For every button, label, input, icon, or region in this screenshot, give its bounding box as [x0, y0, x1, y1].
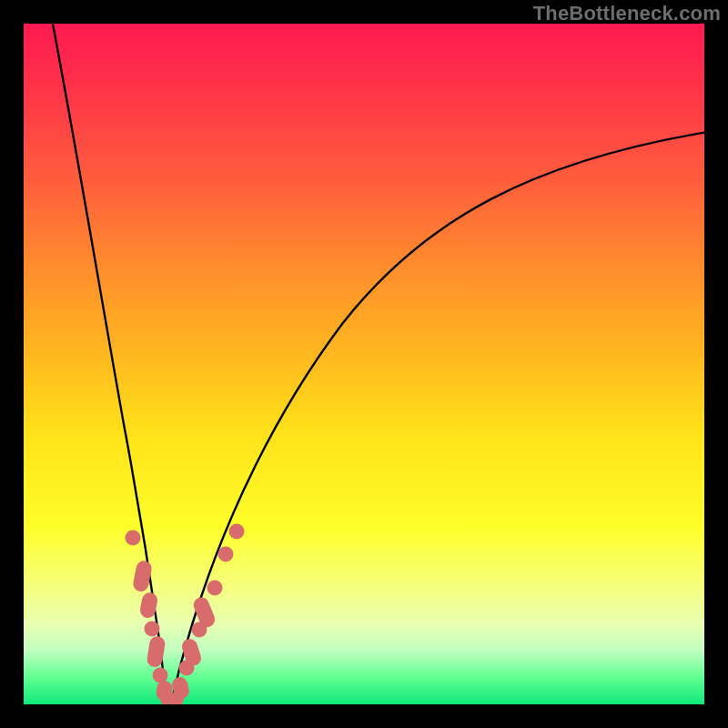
marker-pill [132, 560, 153, 593]
marker-dot [229, 524, 245, 540]
plot-area [24, 24, 704, 704]
marker-dot [207, 581, 223, 596]
curve-right-branch [171, 131, 704, 704]
marker-dot [153, 668, 168, 683]
marker-dot [126, 531, 141, 546]
watermark-text: TheBottleneck.com [533, 2, 721, 25]
marker-dot [218, 547, 234, 562]
marker-dot [145, 622, 160, 637]
curve-layer [24, 24, 704, 704]
chart-frame: TheBottleneck.com [0, 0, 728, 728]
